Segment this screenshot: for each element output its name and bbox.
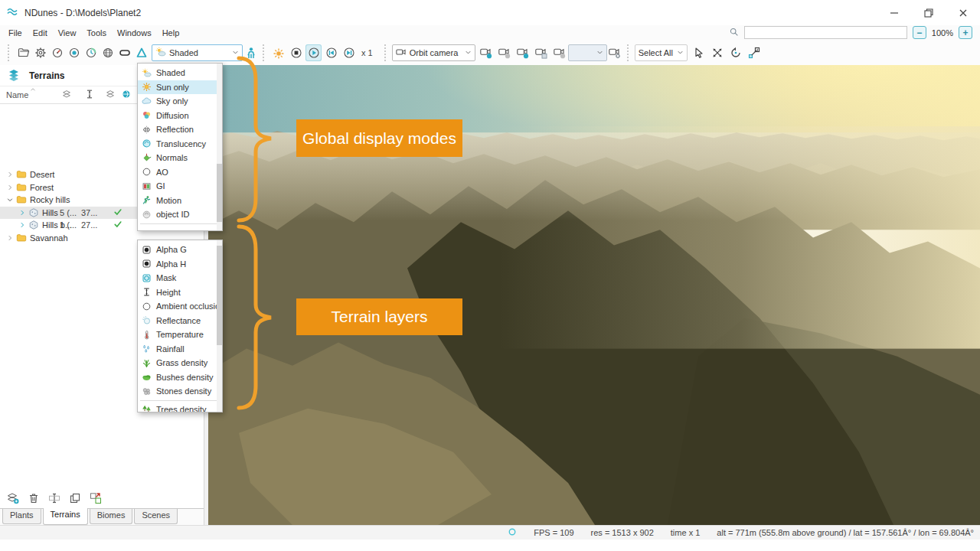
globe-column-icon[interactable]	[121, 89, 132, 101]
duplicate-icon[interactable]	[67, 490, 83, 507]
menu-item-edit[interactable]: Edit	[28, 27, 53, 39]
chevron-right-icon[interactable]	[5, 171, 15, 178]
close-button[interactable]	[946, 0, 980, 25]
display-mode-item-diffusion[interactable]: Diffusion	[138, 109, 222, 123]
search-input[interactable]	[744, 26, 907, 39]
display-mode-item-object-id[interactable]: object ID	[138, 207, 222, 222]
toolbar-grip[interactable]	[627, 44, 631, 61]
terrain-layer-item-stones-density[interactable]: Stones density	[138, 384, 222, 399]
trash-icon[interactable]	[25, 490, 42, 507]
zoom-out-button[interactable]: −	[913, 26, 926, 39]
terrain-layer-item-mask[interactable]: Mask	[138, 271, 222, 285]
scrollbar-thumb[interactable]	[217, 164, 222, 222]
select-mode-combobox[interactable]: Select All	[635, 44, 688, 61]
tab-terrains[interactable]: Terrains	[43, 508, 88, 525]
playback-step-forward-icon[interactable]	[341, 44, 357, 61]
terrain-layer-item-label: Temperature	[156, 330, 204, 339]
chevron-right-icon[interactable]	[17, 221, 28, 229]
chevron-right-icon[interactable]	[17, 209, 28, 217]
window-controls	[877, 0, 980, 25]
chevron-right-icon[interactable]	[5, 234, 15, 242]
transform-move-tool-icon[interactable]	[710, 44, 726, 61]
transform-scale-tool-icon[interactable]	[746, 44, 763, 61]
camera-combobox[interactable]: Orbit camera	[392, 44, 475, 61]
toolbar-triangle-icon[interactable]	[133, 44, 149, 61]
terrain-layer-item-alpha-h[interactable]: Alpha H	[138, 257, 222, 272]
camera-camera-badge-gray-icon[interactable]	[497, 44, 513, 61]
reflection-icon	[142, 125, 152, 135]
camera-camera-badge-teal-icon[interactable]	[515, 44, 531, 61]
menu-item-file[interactable]: File	[3, 27, 28, 39]
toolbar-globe-icon[interactable]	[100, 44, 116, 61]
camera-camera-badge-teal-icon[interactable]	[479, 44, 495, 61]
camera-preset-combobox[interactable]	[568, 44, 607, 61]
terrain-layer-item-reflectance[interactable]: Reflectance	[138, 314, 222, 328]
display-mode-item-shaded[interactable]: Shaded	[138, 66, 222, 80]
terrain-layer-item-bushes-density[interactable]: Bushes density	[138, 370, 222, 385]
minimize-button[interactable]	[877, 0, 911, 25]
tab-biomes[interactable]: Biomes	[90, 509, 133, 524]
terrain-layer-item-rainfall[interactable]: Rainfall	[138, 342, 222, 357]
scrollbar-thumb[interactable]	[217, 246, 222, 345]
name-column-header[interactable]: Name	[6, 90, 28, 99]
popup-scrollbar[interactable]	[217, 240, 222, 412]
display-mode-item-translucency[interactable]: Translucency	[138, 137, 222, 152]
transform-select-arrow-icon[interactable]	[691, 44, 707, 61]
toolbar-capsule-icon[interactable]	[116, 44, 132, 61]
playback-step-back-icon[interactable]	[323, 44, 339, 61]
display-mode-item-reflection[interactable]: Reflection	[138, 122, 222, 137]
playback-stop-icon[interactable]	[288, 44, 304, 61]
display-mode-item-normals[interactable]: Normals	[138, 151, 222, 165]
tab-scenes[interactable]: Scenes	[134, 509, 178, 524]
app-logo-icon	[6, 6, 18, 20]
trees-icon	[142, 404, 152, 412]
toolbar-gauge-icon[interactable]	[49, 44, 65, 61]
camera-camera-badge-square-icon[interactable]	[534, 44, 550, 61]
tree-item-count: 5 (...	[60, 208, 77, 217]
terrain-layer-item-grass-density[interactable]: Grass density	[138, 356, 222, 370]
terrain-layer-item-height[interactable]: Height	[138, 285, 222, 300]
toolbar-folder-open-icon[interactable]	[15, 44, 31, 61]
camera-settings-icon[interactable]	[607, 44, 623, 61]
rename-icon[interactable]	[46, 490, 63, 507]
toolbar-clock-icon[interactable]	[83, 44, 99, 61]
chevron-down-icon[interactable]	[5, 196, 15, 204]
visibility-column-icon[interactable]	[61, 89, 72, 101]
person-view-icon[interactable]	[243, 44, 259, 61]
terrain-layer-item-ambient-occlusion[interactable]: Ambient occlusion	[138, 299, 222, 314]
menu-item-help[interactable]: Help	[157, 27, 185, 39]
display-mode-item-ao[interactable]: AO	[138, 165, 222, 180]
terrain-layer-item-temperature[interactable]: Temperature	[138, 328, 222, 342]
layers-new-icon[interactable]	[5, 490, 21, 507]
display-mode-combobox[interactable]: Shaded	[152, 44, 243, 61]
height-column-icon[interactable]	[84, 89, 95, 101]
display-mode-item-sun-only[interactable]: Sun only	[138, 80, 222, 95]
transform-rotate-tool-icon[interactable]	[728, 44, 744, 61]
menu-item-windows[interactable]: Windows	[112, 27, 157, 39]
menu-item-view[interactable]: View	[53, 27, 82, 39]
camera-camera-badge-gray-icon[interactable]	[552, 44, 568, 61]
toolbar-gear-icon[interactable]	[32, 44, 48, 61]
import-scene-icon[interactable]	[87, 490, 104, 507]
popup-separator	[140, 223, 220, 224]
restore-button[interactable]	[911, 0, 946, 25]
display-mode-item-motion[interactable]: Motion	[138, 194, 222, 208]
fps-value: FPS = 109	[534, 528, 573, 537]
toolbar-grip[interactable]	[384, 44, 388, 61]
zoom-in-button[interactable]: +	[959, 26, 972, 39]
terrain-layer-item-trees-density[interactable]: Trees density	[138, 403, 222, 413]
chevron-down-icon	[231, 48, 240, 57]
display-mode-item-sky-only[interactable]: Sky only	[138, 94, 222, 109]
toolbar-record-icon[interactable]	[66, 44, 82, 61]
menu-item-tools[interactable]: Tools	[81, 27, 112, 39]
chevron-right-icon[interactable]	[5, 184, 15, 191]
popup-scrollbar[interactable]	[217, 64, 222, 230]
playback-play-icon[interactable]	[305, 44, 322, 61]
terrain-layer-item-alpha-g[interactable]: Alpha G	[138, 243, 222, 257]
display-mode-item-gi[interactable]: GI	[138, 179, 222, 194]
tab-plants[interactable]: Plants	[2, 509, 41, 524]
toolbar-grip[interactable]	[8, 44, 11, 61]
toolbar-grip[interactable]	[263, 44, 266, 61]
playback-sun-display-icon[interactable]	[270, 44, 286, 61]
layers-column-icon[interactable]	[105, 89, 116, 101]
